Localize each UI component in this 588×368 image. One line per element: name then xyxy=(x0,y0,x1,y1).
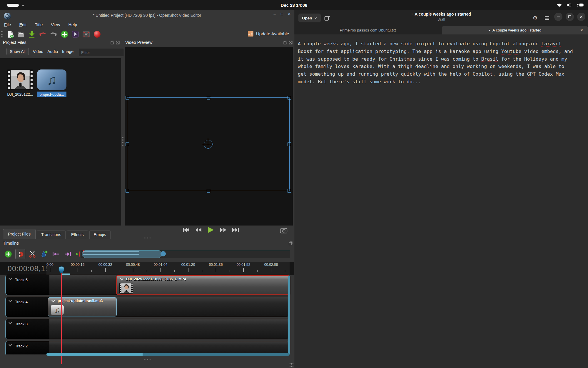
selection-handle[interactable] xyxy=(126,96,129,100)
previous-marker-icon[interactable] xyxy=(51,249,61,259)
selection-handle[interactable] xyxy=(288,96,291,100)
horizontal-scrollbar-thumb[interactable] xyxy=(46,353,143,356)
rewind-icon[interactable] xyxy=(194,226,203,234)
export-video-icon[interactable] xyxy=(92,29,102,39)
float-panel-icon[interactable] xyxy=(111,41,114,44)
settings-gear-icon[interactable]: ⚙ xyxy=(531,14,539,22)
open-project-icon[interactable] xyxy=(16,29,26,39)
panel-splitter-handle[interactable] xyxy=(122,135,123,146)
menu-view[interactable]: View xyxy=(51,22,60,27)
file-label[interactable]: project-upda... xyxy=(37,92,66,97)
snapshot-camera-icon[interactable] xyxy=(280,227,288,234)
next-marker-icon[interactable] xyxy=(63,249,72,259)
minimize-button[interactable] xyxy=(554,13,562,21)
selection-handle[interactable] xyxy=(207,96,210,100)
selection-handle[interactable] xyxy=(288,189,291,193)
new-tab-icon[interactable] xyxy=(324,15,331,22)
text-line[interactable]: Boost for fast application prototyping. … xyxy=(298,48,573,55)
editor-tab[interactable]: Primeiros passos com Ubuntu.txt xyxy=(294,26,441,34)
minimize-icon[interactable]: – xyxy=(272,12,277,16)
bottom-splitter-handle[interactable] xyxy=(143,359,151,360)
fast-forward-icon[interactable] xyxy=(219,226,228,234)
document-text[interactable]: A couple weeks ago, I started a new side… xyxy=(298,40,573,86)
maximize-icon[interactable]: □ xyxy=(280,12,284,16)
misspelled-word[interactable]: GPT xyxy=(527,71,536,77)
play-icon[interactable] xyxy=(206,226,215,234)
text-line[interactable]: whole family loves karaoke. With a thigh… xyxy=(298,63,573,70)
vertical-scrollbar[interactable] xyxy=(288,276,290,354)
float-panel-icon[interactable] xyxy=(289,241,293,245)
filter-tab-image[interactable]: Image xyxy=(62,49,74,54)
ruler-strip[interactable]: 0:0000:00:1600:00:3200:00:4800:01:0400:0… xyxy=(46,262,290,275)
text-line[interactable]: get something up and running pretty quic… xyxy=(298,70,573,78)
clip-video[interactable]: DJI_20251222121658_0185_D.MP4 xyxy=(116,275,290,295)
add-track-icon[interactable] xyxy=(4,249,13,259)
tab-emojis[interactable]: Emojis xyxy=(89,231,111,239)
clock[interactable]: Dec 23 14:08 xyxy=(0,0,588,10)
new-project-icon[interactable] xyxy=(5,29,15,39)
transform-center-target[interactable] xyxy=(204,140,213,149)
menu-file[interactable]: File xyxy=(4,22,11,27)
maximize-button[interactable] xyxy=(566,13,574,21)
selection-handle[interactable] xyxy=(207,189,210,193)
video-preview-canvas[interactable] xyxy=(125,47,293,226)
filter-tab-video[interactable]: Video xyxy=(33,49,44,54)
file-label[interactable]: DJI_2025122... xyxy=(6,92,34,97)
window-resize-grip[interactable] xyxy=(289,363,293,367)
editor-tab[interactable]: ●A couple weeks ago I started✕ xyxy=(442,26,588,34)
jump-to-start-icon[interactable] xyxy=(182,226,191,234)
playhead-marker-icon[interactable] xyxy=(58,266,65,274)
tab-effects[interactable]: Effects xyxy=(67,231,88,239)
text-line[interactable]: A couple weeks ago, I started a new side… xyxy=(298,40,573,48)
filter-tab-show-all[interactable]: Show All xyxy=(6,48,29,55)
menu-help[interactable]: Help xyxy=(68,22,77,27)
redo-icon[interactable] xyxy=(49,29,58,39)
filter-tab-audio[interactable]: Audio xyxy=(47,49,58,54)
timeline-zoom-slider[interactable] xyxy=(81,250,290,258)
horizontal-splitter-handle[interactable] xyxy=(143,237,151,239)
tab-project-files[interactable]: Project Files xyxy=(3,229,36,239)
update-available-button[interactable]: Update Available xyxy=(248,30,289,37)
timeline-ruler[interactable]: 00:00:08,15 0:0000:00:1600:00:3200:00:48… xyxy=(0,262,294,275)
clip-audio[interactable]: project-update-brasil.mp3♫ xyxy=(48,297,117,316)
jump-to-end-icon[interactable] xyxy=(231,226,240,234)
horizontal-scrollbar-track[interactable] xyxy=(143,353,290,356)
float-panel-icon[interactable] xyxy=(283,41,287,44)
snapping-icon[interactable] xyxy=(15,249,25,259)
save-project-icon[interactable] xyxy=(27,29,36,39)
selection-handle[interactable] xyxy=(288,142,291,146)
track-header[interactable]: Track 2 xyxy=(6,341,49,354)
misspelled-word[interactable]: Laravel xyxy=(541,41,561,47)
fullscreen-icon[interactable] xyxy=(81,29,91,39)
close-button[interactable] xyxy=(577,13,585,21)
misspelled-word[interactable]: Brasil xyxy=(481,56,498,62)
open-button[interactable]: Open xyxy=(298,14,321,22)
tab-transitions[interactable]: Transitions xyxy=(37,231,66,239)
close-panel-icon[interactable] xyxy=(289,41,293,44)
selection-handle[interactable] xyxy=(126,189,129,193)
menu-edit[interactable]: Edit xyxy=(19,22,26,27)
close-icon[interactable]: ✕ xyxy=(287,12,292,16)
tab-close-icon[interactable]: ✕ xyxy=(580,28,583,32)
track-header[interactable]: Track 3 xyxy=(6,319,49,339)
timeline-track[interactable]: Track 2 xyxy=(5,341,290,354)
choose-profile-icon[interactable] xyxy=(71,29,80,39)
hamburger-menu-icon[interactable] xyxy=(543,14,551,22)
track-header[interactable]: Track 4 xyxy=(6,297,49,317)
close-panel-icon[interactable] xyxy=(116,41,120,44)
filter-input[interactable] xyxy=(79,49,123,56)
add-marker-icon[interactable] xyxy=(39,249,49,259)
menu-title[interactable]: Title xyxy=(35,22,43,27)
razor-icon[interactable] xyxy=(28,249,37,259)
file-thumbnail-audio[interactable]: ♫ xyxy=(37,69,66,90)
text-line[interactable]: model. But there's still some work to do… xyxy=(298,78,573,86)
selection-handle[interactable] xyxy=(126,142,129,146)
timeline-track[interactable]: Track 3 xyxy=(5,319,290,339)
text-line[interactable]: it was supposed to be ready for Christma… xyxy=(298,55,573,63)
playhead-line[interactable] xyxy=(61,274,62,364)
toolbar-grip[interactable] xyxy=(1,31,4,38)
undo-icon[interactable] xyxy=(38,29,47,39)
import-files-icon[interactable] xyxy=(60,29,69,39)
editor-text-area[interactable]: A couple weeks ago, I started a new side… xyxy=(294,34,588,368)
zoom-slider-handle[interactable] xyxy=(161,251,166,256)
